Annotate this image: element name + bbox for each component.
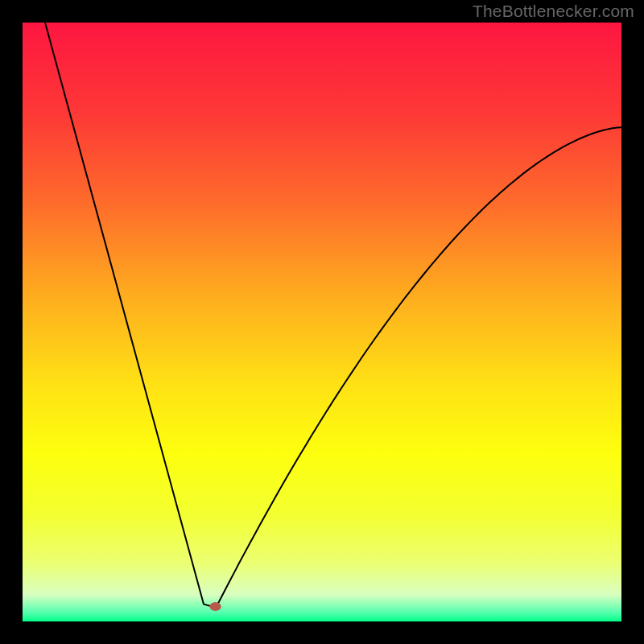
plot-svg: [23, 23, 621, 621]
chart-frame: TheBottlenecker.com: [0, 0, 644, 644]
plot-area: [23, 23, 621, 621]
gradient-background: [23, 23, 621, 621]
optimum-marker: [210, 602, 221, 611]
watermark-text: TheBottlenecker.com: [473, 2, 634, 21]
